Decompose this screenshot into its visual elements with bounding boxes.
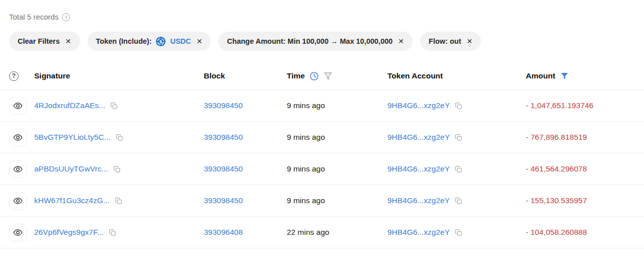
eye-icon [13, 196, 23, 206]
preview-eye-button[interactable] [9, 224, 27, 241]
copy-icon[interactable] [455, 197, 462, 205]
signature-link[interactable]: kHW67f1Gu3cz4zG... [34, 196, 110, 205]
signature-link[interactable]: 26Vp6fVegs9gx7F... [34, 228, 104, 237]
eye-icon [13, 101, 23, 111]
token-filter-value: USDC [170, 37, 191, 45]
close-icon[interactable]: ✕ [65, 37, 71, 45]
block-link[interactable]: 393098450 [204, 133, 243, 142]
table-header-row: ? Signature Block Time Token Account Amo… [0, 62, 644, 90]
block-link[interactable]: 393096408 [204, 228, 243, 237]
eye-icon [13, 164, 23, 174]
copy-icon[interactable] [455, 134, 462, 141]
flow-filter-chip[interactable]: Flow: out ✕ [420, 32, 481, 51]
time-value: 22 mins ago [287, 228, 387, 237]
copy-icon[interactable] [109, 229, 116, 236]
table-row: 4RJodxrufDZaAEs... 393098450 9 mins ago … [0, 90, 644, 122]
help-icon[interactable]: ? [9, 71, 19, 81]
copy-icon[interactable] [455, 165, 462, 173]
column-header-amount: Amount [526, 71, 644, 80]
copy-icon[interactable] [455, 102, 462, 110]
token-account-link[interactable]: 9HB4G6...xzg2eY [387, 164, 450, 173]
token-filter-chip[interactable]: Token (Include): $ USDC ✕ [88, 32, 211, 51]
token-account-link[interactable]: 9HB4G6...xzg2eY [387, 196, 450, 205]
amount-filter-chip[interactable]: Change Amount: Min 100,000 → Max 10,000,… [218, 32, 413, 51]
close-icon[interactable]: ✕ [197, 37, 203, 45]
copy-icon[interactable] [110, 102, 118, 110]
amount-value: - 155,130.535957 [526, 196, 644, 205]
time-value: 9 mins ago [287, 164, 387, 173]
token-account-link[interactable]: 9HB4G6...xzg2eY [387, 228, 450, 237]
amount-value: - 461,564.296078 [526, 164, 644, 173]
table-row: kHW67f1Gu3cz4zG... 393098450 9 mins ago … [0, 185, 644, 217]
copy-icon[interactable] [116, 134, 123, 141]
info-icon[interactable]: i [62, 13, 70, 21]
usdc-token-icon: $ [156, 37, 166, 46]
column-header-time: Time [287, 71, 387, 81]
svg-text:$: $ [159, 39, 162, 44]
table-row: 5BvGTP9YLioLty5C... 393098450 9 mins ago… [0, 122, 644, 153]
amount-value: - 104,058.260888 [526, 228, 644, 237]
amount-value: - 767,896.818519 [526, 133, 644, 142]
close-icon[interactable]: ✕ [398, 37, 404, 45]
amount-filter-label: Change Amount: Min 100,000 → Max 10,000,… [227, 37, 392, 45]
records-summary: Total 5 records i [0, 0, 644, 21]
preview-eye-button[interactable] [9, 160, 27, 178]
time-value: 9 mins ago [287, 196, 387, 205]
total-records-text: Total 5 records [9, 13, 58, 21]
copy-icon[interactable] [113, 165, 121, 173]
filter-chip-bar: Clear Filters ✕ Token (Include): $ USDC … [0, 21, 644, 51]
time-value: 9 mins ago [287, 101, 387, 110]
copy-icon[interactable] [455, 229, 462, 236]
table-row: aPBDsUUyTGwVrc... 393098450 9 mins ago 9… [0, 153, 644, 185]
signature-link[interactable]: 5BvGTP9YLioLty5C... [34, 133, 111, 142]
signature-link[interactable]: 4RJodxrufDZaAEs... [34, 101, 105, 110]
transfers-table: ? Signature Block Time Token Account Amo… [0, 62, 644, 248]
column-header-signature: Signature [34, 71, 204, 80]
clear-filters-chip[interactable]: Clear Filters ✕ [9, 32, 80, 51]
time-sort-clock-icon[interactable] [309, 71, 319, 81]
preview-eye-button[interactable] [9, 129, 27, 146]
table-row: 26Vp6fVegs9gx7F... 393096408 22 mins ago… [0, 217, 644, 248]
column-header-token-account: Token Account [387, 71, 526, 80]
token-account-link[interactable]: 9HB4G6...xzg2eY [387, 101, 450, 110]
amount-filter-active-icon[interactable] [560, 71, 569, 80]
time-filter-icon[interactable] [324, 71, 333, 80]
clear-filters-label: Clear Filters [18, 37, 60, 45]
block-link[interactable]: 393098450 [204, 196, 243, 205]
token-filter-label: Token (Include): [96, 37, 152, 45]
column-header-block: Block [204, 71, 287, 80]
preview-eye-button[interactable] [9, 192, 27, 210]
block-link[interactable]: 393098450 [204, 164, 243, 173]
flow-filter-label: Flow: out [429, 37, 461, 45]
preview-eye-button[interactable] [9, 97, 27, 115]
close-icon[interactable]: ✕ [467, 37, 473, 45]
signature-link[interactable]: aPBDsUUyTGwVrc... [34, 164, 108, 173]
copy-icon[interactable] [115, 197, 122, 205]
eye-icon [13, 133, 23, 142]
amount-value: - 1,047,651.193746 [526, 101, 644, 110]
eye-icon [13, 228, 23, 237]
block-link[interactable]: 393098450 [204, 101, 243, 110]
token-account-link[interactable]: 9HB4G6...xzg2eY [387, 133, 450, 142]
time-value: 9 mins ago [287, 133, 387, 142]
